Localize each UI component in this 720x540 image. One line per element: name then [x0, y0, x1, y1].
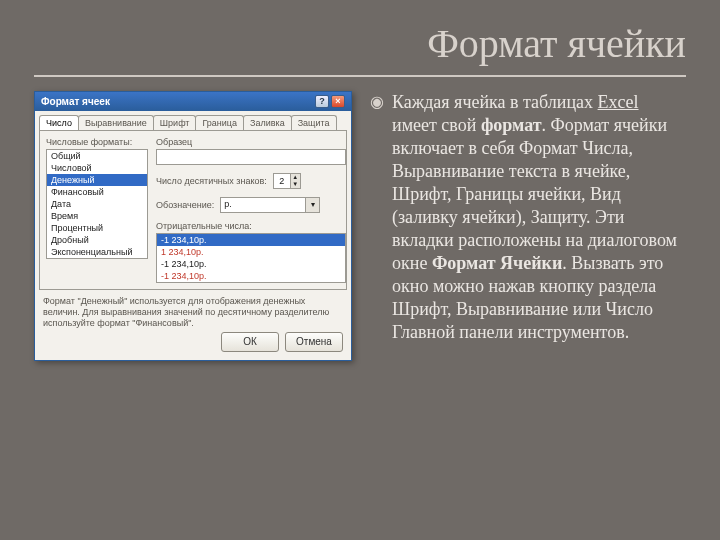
list-item[interactable]: Дата: [47, 198, 147, 210]
list-item[interactable]: -1 234,10р.: [157, 270, 345, 282]
currency-symbol-combo[interactable]: р. ▾: [220, 197, 320, 213]
close-button[interactable]: ×: [331, 95, 345, 108]
list-item[interactable]: Денежный: [47, 174, 147, 186]
symbol-label: Обозначение:: [156, 200, 214, 210]
body-paragraph: Каждая ячейка в таблицах Excel имеет сво…: [392, 91, 686, 344]
chevron-down-icon[interactable]: ▾: [305, 198, 319, 212]
list-item[interactable]: Текстовый: [47, 258, 147, 259]
bullet-icon: ◉: [370, 91, 384, 344]
list-item[interactable]: Общий: [47, 150, 147, 162]
dialog-titlebar[interactable]: Формат ячеек ? ×: [35, 92, 351, 111]
page-title: Формат ячейки: [34, 20, 686, 67]
list-item[interactable]: -1 234,10р.: [157, 258, 345, 270]
help-button[interactable]: ?: [315, 95, 329, 108]
tab-border[interactable]: Граница: [195, 115, 244, 130]
negatives-list[interactable]: -1 234,10р. 1 234,10р. -1 234,10р. -1 23…: [156, 233, 346, 283]
tab-number[interactable]: Число: [39, 115, 79, 130]
tab-fill[interactable]: Заливка: [243, 115, 292, 130]
tab-font[interactable]: Шрифт: [153, 115, 197, 130]
list-item[interactable]: Числовой: [47, 162, 147, 174]
ok-button[interactable]: ОК: [221, 332, 279, 352]
dialog-title: Формат ячеек: [41, 96, 110, 107]
list-item[interactable]: Время: [47, 210, 147, 222]
negatives-label: Отрицательные числа:: [156, 221, 346, 231]
format-cells-dialog: Формат ячеек ? × Число Выравнивание Шриф…: [34, 91, 352, 361]
list-item[interactable]: 1 234,10р.: [157, 246, 345, 258]
title-rule: [34, 75, 686, 77]
symbol-value: р.: [221, 198, 305, 212]
tab-strip: Число Выравнивание Шрифт Граница Заливка…: [35, 111, 351, 130]
decimals-spinner[interactable]: 2 ▲▼: [273, 173, 301, 189]
chevron-up-icon[interactable]: ▲: [290, 174, 300, 181]
sample-label: Образец: [156, 137, 346, 147]
list-item[interactable]: Дробный: [47, 234, 147, 246]
tab-panel: Числовые форматы: Общий Числовой Денежны…: [39, 130, 347, 290]
chevron-down-icon[interactable]: ▼: [290, 181, 300, 188]
format-description: Формат "Денежный" используется для отобр…: [43, 296, 343, 326]
list-item[interactable]: Финансовый: [47, 186, 147, 198]
number-formats-list[interactable]: Общий Числовой Денежный Финансовый Дата …: [46, 149, 148, 259]
tab-alignment[interactable]: Выравнивание: [78, 115, 154, 130]
list-item[interactable]: -1 234,10р.: [157, 234, 345, 246]
formats-label: Числовые форматы:: [46, 137, 148, 147]
sample-box: [156, 149, 346, 165]
decimals-value: 2: [274, 174, 290, 188]
list-item[interactable]: Процентный: [47, 222, 147, 234]
tab-protection[interactable]: Защита: [291, 115, 337, 130]
cancel-button[interactable]: Отмена: [285, 332, 343, 352]
decimals-label: Число десятичных знаков:: [156, 176, 267, 186]
list-item[interactable]: Экспоненциальный: [47, 246, 147, 258]
